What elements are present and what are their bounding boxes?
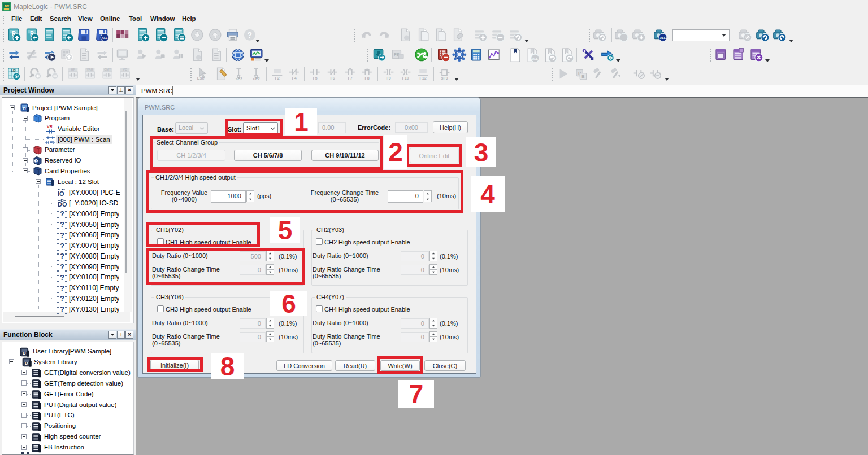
- svg-text:D: D: [23, 351, 26, 356]
- svg-text:ALL: ALL: [532, 57, 539, 60]
- svg-text:?: ?: [60, 273, 64, 282]
- svg-text:Esc: Esc: [197, 76, 205, 80]
- svg-text:?: ?: [60, 262, 64, 271]
- svg-text:F7: F7: [348, 76, 352, 80]
- svg-text:?: ?: [60, 252, 64, 260]
- svg-text:F9: F9: [386, 76, 390, 80]
- svg-text:?: ?: [60, 220, 64, 229]
- svg-text:F8: F8: [364, 76, 369, 80]
- svg-text:ALL: ALL: [660, 36, 666, 40]
- svg-text:JW: JW: [4, 5, 9, 8]
- svg-text:?: ?: [248, 30, 252, 40]
- svg-text:F6: F6: [330, 76, 335, 80]
- svg-text:?: ?: [60, 209, 64, 218]
- svg-text:?: ?: [60, 305, 64, 313]
- svg-text:!: !: [36, 159, 37, 163]
- svg-text:IO: IO: [58, 190, 64, 197]
- svg-text:?: ?: [60, 231, 64, 239]
- svg-text:CMT: CMT: [104, 68, 111, 71]
- svg-text:HF: HF: [71, 68, 76, 71]
- svg-text:?: ?: [60, 294, 64, 303]
- svg-text:sF2: sF2: [236, 77, 242, 81]
- svg-text:VR: VR: [47, 125, 53, 129]
- svg-text:sF9: sF9: [441, 76, 448, 80]
- svg-text:F12: F12: [420, 76, 427, 80]
- svg-text:?: ?: [60, 284, 64, 292]
- svg-text:?: ?: [60, 242, 64, 250]
- svg-text:cF2: cF2: [253, 77, 260, 81]
- svg-text:F10: F10: [402, 76, 409, 80]
- svg-text:VC: VC: [123, 68, 127, 71]
- svg-text:D: D: [23, 107, 25, 111]
- svg-text:F4: F4: [292, 76, 296, 80]
- svg-text:DO: DO: [58, 201, 67, 208]
- svg-text:VAR: VAR: [87, 68, 93, 71]
- svg-text:ALL: ALL: [102, 36, 108, 40]
- svg-text:D: D: [25, 361, 28, 366]
- svg-text:B: B: [581, 74, 585, 79]
- svg-text:F5: F5: [313, 76, 317, 80]
- svg-text:F2: F2: [275, 76, 279, 80]
- svg-text:LD: LD: [11, 69, 15, 72]
